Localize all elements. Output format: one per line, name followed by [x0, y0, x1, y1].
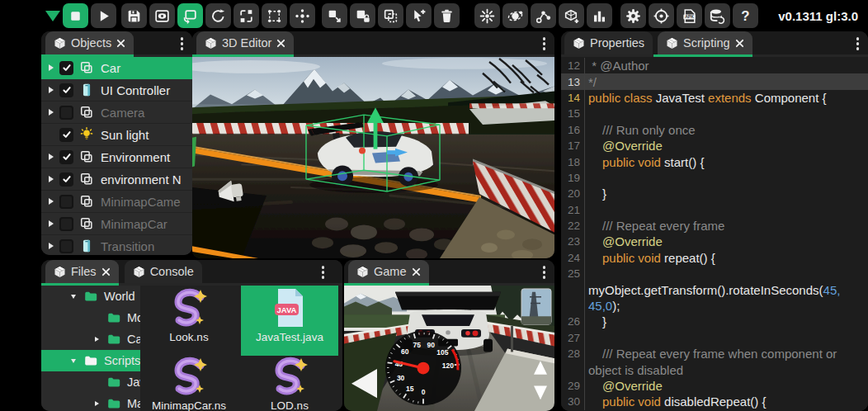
close-tab-icon[interactable]: [101, 267, 111, 276]
run-options-dropdown[interactable]: [45, 11, 60, 21]
scripting-menu-button[interactable]: [855, 35, 861, 52]
folder-row-scripts[interactable]: Scripts: [41, 350, 140, 371]
expand-arrow-icon[interactable]: [45, 220, 57, 227]
visibility-checkbox[interactable]: [59, 106, 73, 120]
expand-arrow-icon[interactable]: [45, 64, 57, 71]
tab-scripting[interactable]: Scripting: [658, 31, 752, 54]
object-row-camera[interactable]: Camera: [41, 102, 192, 124]
save-button[interactable]: [121, 3, 147, 28]
nodes-button[interactable]: [531, 3, 556, 28]
game-menu-button[interactable]: [541, 264, 548, 281]
files-menu-button[interactable]: [320, 264, 327, 281]
tab-game[interactable]: Game: [348, 260, 429, 283]
neoscript-file-icon: [167, 355, 210, 398]
toolbar: APK? v0.1311 gl:3.0: [0, 0, 868, 31]
expand-arrow-icon[interactable]: [45, 109, 57, 116]
scripting-window: Properties Scripting 12 * @Author13*/14p…: [561, 31, 868, 411]
scale-tool-button[interactable]: [234, 3, 259, 28]
bounds-tool-button[interactable]: [262, 3, 287, 28]
visibility-checkbox[interactable]: [59, 83, 73, 97]
code-line: 16/// Run only once: [561, 122, 868, 138]
object-row-environment[interactable]: Environment: [41, 146, 192, 168]
visibility-checkbox[interactable]: [59, 128, 73, 142]
close-tab-icon[interactable]: [116, 39, 125, 48]
database-sync-button[interactable]: [705, 3, 730, 28]
tab-console[interactable]: Console: [125, 260, 202, 283]
file-item-minimapcar-ns[interactable]: MinimapCar.ns: [140, 352, 238, 411]
stop-button[interactable]: [63, 3, 88, 28]
folder-row-cars[interactable]: Cars: [41, 328, 140, 350]
expand-arrow-icon[interactable]: [45, 87, 57, 93]
code-line: 30public void disabledRepeat() {: [561, 394, 868, 409]
object-row-environment-n[interactable]: environment N: [41, 168, 192, 191]
rotate-tool-button[interactable]: [205, 3, 231, 28]
object-row-ui-controller[interactable]: UI Controller: [41, 79, 192, 102]
tab-3d-editor[interactable]: 3D Editor: [196, 31, 294, 54]
expand-arrow-icon[interactable]: [45, 176, 57, 182]
close-tab-icon[interactable]: [276, 39, 285, 48]
expand-arrow-icon[interactable]: [45, 154, 57, 160]
orbit-button[interactable]: [502, 3, 528, 28]
visibility-checkbox[interactable]: [59, 217, 73, 231]
settings-button[interactable]: [620, 3, 646, 28]
copy-move-button[interactable]: [322, 3, 347, 28]
close-tab-icon[interactable]: [735, 39, 744, 48]
build-target-button[interactable]: [649, 3, 674, 28]
visibility-checkbox[interactable]: [59, 61, 73, 75]
gizmo-tool-button[interactable]: [290, 3, 315, 28]
preview-button[interactable]: [149, 3, 175, 28]
duplicate-button[interactable]: [378, 3, 403, 28]
object-row-minimapcar[interactable]: MinimapCar: [41, 213, 192, 235]
particles-button[interactable]: [474, 3, 500, 28]
3d-viewport[interactable]: [192, 57, 554, 258]
play-button[interactable]: [91, 3, 116, 28]
nodes-icon: [535, 7, 552, 25]
folder-row-java[interactable]: Java: [41, 371, 140, 393]
svg-text:0: 0: [422, 388, 426, 396]
close-tab-icon[interactable]: [412, 267, 421, 276]
expand-arrow-icon[interactable]: [68, 359, 78, 363]
expand-arrow-icon[interactable]: [92, 337, 101, 342]
object-label: Car: [101, 61, 120, 75]
line-number: [561, 361, 585, 377]
copy-lock-button[interactable]: [350, 3, 375, 28]
file-item-look-ns[interactable]: Look.ns: [140, 286, 238, 356]
object-row-transition[interactable]: Transition: [41, 235, 192, 255]
move-tool-button[interactable]: [177, 3, 203, 28]
code-editor[interactable]: 12 * @Author13*/14public class JavaTest …: [561, 57, 868, 411]
folder-row-world[interactable]: World: [41, 286, 140, 307]
file-item-javatest-java[interactable]: JAVAJavaTest.java: [241, 286, 338, 356]
object-row-minimapcame[interactable]: MinimapCame: [41, 191, 192, 213]
pointer-add-button[interactable]: [406, 3, 432, 28]
delete-button[interactable]: [434, 3, 460, 28]
expand-arrow-icon[interactable]: [68, 295, 78, 299]
version-label: v0.1311 gl:3.0: [778, 9, 858, 23]
object-label: Environment: [101, 150, 170, 164]
visibility-checkbox[interactable]: [59, 150, 73, 164]
file-item-lod-ns[interactable]: LOD.ns: [241, 352, 338, 411]
add-object-button[interactable]: [559, 3, 584, 28]
apk-export-button[interactable]: APK: [677, 3, 702, 28]
code-line: 29@Override: [561, 378, 868, 394]
move-tool-icon: [182, 7, 199, 25]
tab-objects[interactable]: Objects: [45, 31, 134, 54]
object-row-car[interactable]: Car: [41, 57, 192, 79]
visibility-checkbox[interactable]: [59, 172, 73, 187]
folder-row-models[interactable]: Models: [41, 307, 140, 328]
expand-arrow-icon[interactable]: [45, 243, 57, 249]
apk-export-icon: APK: [681, 7, 698, 25]
object-row-sun-light[interactable]: Sun light: [41, 124, 192, 146]
visibility-checkbox[interactable]: [59, 195, 73, 209]
folder-row-materials[interactable]: Materials: [41, 393, 140, 411]
gizmo-red-dot[interactable]: [359, 148, 366, 154]
objects-menu-button[interactable]: [179, 35, 186, 52]
expand-arrow-icon[interactable]: [92, 401, 101, 406]
expand-arrow-icon[interactable]: [45, 198, 57, 205]
stats-button[interactable]: [587, 3, 612, 28]
tab-properties[interactable]: Properties: [564, 31, 653, 54]
visibility-checkbox[interactable]: [59, 239, 73, 253]
game-viewport[interactable]: 0153045607590105120: [344, 286, 554, 411]
editor-menu-button[interactable]: [541, 35, 548, 52]
help-button[interactable]: ?: [733, 3, 758, 28]
tab-files[interactable]: Files: [45, 260, 119, 283]
